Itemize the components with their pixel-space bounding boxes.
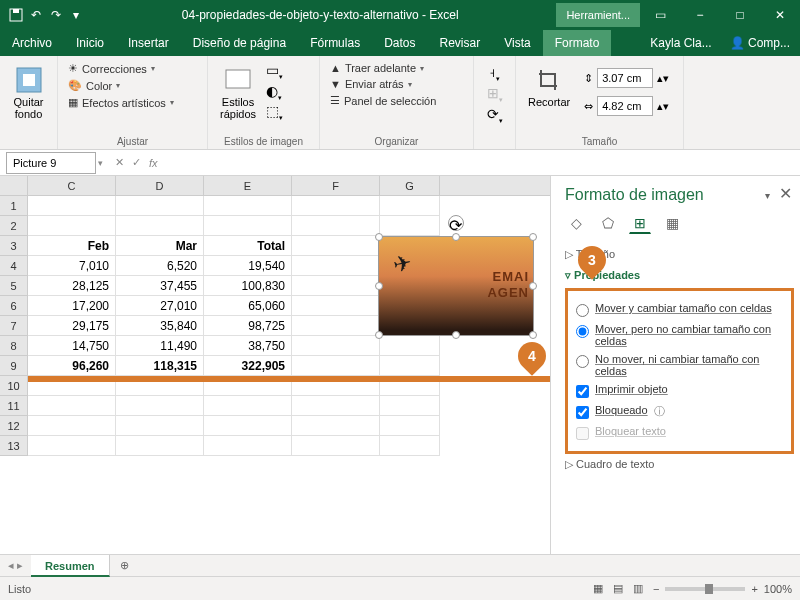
tab-diseno[interactable]: Diseño de página: [181, 30, 298, 56]
row-header[interactable]: 7: [0, 316, 28, 336]
group-estilos: Estilos de imagen: [208, 136, 319, 147]
row-header[interactable]: 9: [0, 356, 28, 376]
tab-formulas[interactable]: Fórmulas: [298, 30, 372, 56]
picture-layout-icon[interactable]: ⬚▾: [266, 103, 283, 122]
ribbon-options-icon[interactable]: ▭: [640, 0, 680, 30]
selection-pane-icon: ☰: [330, 94, 340, 107]
tab-nav-icon[interactable]: ◂ ▸: [0, 559, 31, 572]
selection-pane-button[interactable]: ☰Panel de selección: [326, 92, 467, 109]
accept-formula-icon[interactable]: ✓: [132, 156, 141, 169]
info-icon[interactable]: ⓘ: [654, 404, 665, 419]
picture-effects-icon[interactable]: ◐▾: [266, 83, 283, 102]
cancel-formula-icon[interactable]: ✕: [115, 156, 124, 169]
share-button[interactable]: 👤 Comp...: [720, 36, 800, 50]
radio-no-move[interactable]: No mover, ni cambiar tamaño con celdas: [576, 350, 783, 380]
corrections-button[interactable]: ☀Correcciones▾: [64, 60, 201, 77]
row-header[interactable]: 3: [0, 236, 28, 256]
rotate-icon[interactable]: ⟳▾: [487, 106, 503, 125]
radio-move-resize[interactable]: Mover y cambiar tamaño con celdas: [576, 299, 783, 320]
select-all-corner[interactable]: [0, 176, 28, 195]
tab-datos[interactable]: Datos: [372, 30, 427, 56]
col-header[interactable]: G: [380, 176, 440, 195]
row-header[interactable]: 4: [0, 256, 28, 276]
name-box[interactable]: Picture 9: [6, 152, 96, 174]
crop-icon: [533, 64, 565, 96]
fill-line-icon[interactable]: ◇: [565, 212, 587, 234]
resize-handle[interactable]: [529, 282, 537, 290]
align-icon[interactable]: ⫞▾: [489, 64, 500, 83]
user-label[interactable]: Kayla Cla...: [642, 36, 719, 50]
resize-handle[interactable]: [529, 331, 537, 339]
col-header[interactable]: E: [204, 176, 292, 195]
selected-image[interactable]: ✈ EMAIAGEN ⟳: [378, 236, 534, 336]
width-input[interactable]: ⇔4.82 cm▴▾: [582, 94, 671, 118]
tab-vista[interactable]: Vista: [492, 30, 542, 56]
pane-dropdown-icon[interactable]: ▾: [765, 190, 770, 201]
maximize-icon[interactable]: □: [720, 0, 760, 30]
crop-button[interactable]: Recortar: [522, 60, 576, 118]
redo-icon[interactable]: ↷: [48, 7, 64, 23]
worksheet[interactable]: C D E F G 1 2 3FebMarTotal 47,0106,52019…: [0, 176, 550, 554]
height-icon: ⇕: [584, 72, 593, 85]
picture-tab-icon[interactable]: ▦: [661, 212, 683, 234]
row-header[interactable]: 10: [0, 376, 28, 396]
send-backward-button[interactable]: ▼Enviar atrás▾: [326, 76, 467, 92]
qat-dropdown-icon[interactable]: ▾: [68, 7, 84, 23]
remove-background-button[interactable]: Quitar fondo: [6, 60, 51, 124]
resize-handle[interactable]: [452, 331, 460, 339]
close-icon[interactable]: ✕: [760, 0, 800, 30]
rotate-handle[interactable]: ⟳: [448, 215, 464, 231]
quick-styles-button[interactable]: Estilos rápidos: [214, 60, 262, 124]
fx-icon[interactable]: fx: [149, 157, 158, 169]
save-icon[interactable]: [8, 7, 24, 23]
resize-handle[interactable]: [452, 233, 460, 241]
resize-handle[interactable]: [375, 233, 383, 241]
tab-revisar[interactable]: Revisar: [428, 30, 493, 56]
minimize-icon[interactable]: −: [680, 0, 720, 30]
zoom-out-icon[interactable]: −: [653, 583, 659, 595]
undo-icon[interactable]: ↶: [28, 7, 44, 23]
row-header[interactable]: 11: [0, 396, 28, 416]
col-header[interactable]: D: [116, 176, 204, 195]
view-page-icon[interactable]: ▤: [613, 582, 623, 595]
add-sheet-button[interactable]: ⊕: [110, 559, 139, 572]
col-header[interactable]: F: [292, 176, 380, 195]
row-header[interactable]: 5: [0, 276, 28, 296]
view-break-icon[interactable]: ▥: [633, 582, 643, 595]
row-header[interactable]: 8: [0, 336, 28, 356]
row-header[interactable]: 6: [0, 296, 28, 316]
zoom-in-icon[interactable]: +: [751, 583, 757, 595]
image-text: EMAIAGEN: [487, 269, 529, 300]
close-pane-icon[interactable]: ✕: [779, 184, 792, 203]
resize-handle[interactable]: [375, 282, 383, 290]
height-input[interactable]: ⇕3.07 cm▴▾: [582, 66, 671, 90]
effects-tab-icon[interactable]: ⬠: [597, 212, 619, 234]
check-print[interactable]: Imprimir objeto: [576, 380, 783, 401]
row-header[interactable]: 2: [0, 216, 28, 236]
sheet-tab-resumen[interactable]: Resumen: [31, 555, 110, 577]
view-normal-icon[interactable]: ▦: [593, 582, 603, 595]
picture-border-icon[interactable]: ▭▾: [266, 62, 283, 81]
tab-inicio[interactable]: Inicio: [64, 30, 116, 56]
tab-formato[interactable]: Formato: [543, 30, 612, 56]
row-header[interactable]: 13: [0, 436, 28, 456]
row-header[interactable]: 1: [0, 196, 28, 216]
row-header[interactable]: 12: [0, 416, 28, 436]
group-icon[interactable]: ⊞▾: [487, 85, 503, 104]
tools-tab[interactable]: Herramient...: [556, 3, 640, 27]
col-header[interactable]: C: [28, 176, 116, 195]
size-properties-icon[interactable]: ⊞: [629, 212, 651, 234]
section-cuadro[interactable]: ▷ Cuadro de texto: [565, 454, 794, 475]
tab-insertar[interactable]: Insertar: [116, 30, 181, 56]
resize-handle[interactable]: [529, 233, 537, 241]
zoom-slider[interactable]: [665, 587, 745, 591]
resize-handle[interactable]: [375, 331, 383, 339]
zoom-level[interactable]: 100%: [764, 583, 792, 595]
tab-archivo[interactable]: Archivo: [0, 30, 64, 56]
svg-rect-3: [23, 74, 35, 86]
artistic-effects-button[interactable]: ▦Efectos artísticos▾: [64, 94, 201, 111]
radio-move-no-resize[interactable]: Mover, pero no cambiar tamaño con celdas: [576, 320, 783, 350]
bring-forward-button[interactable]: ▲Traer adelante▾: [326, 60, 467, 76]
color-button[interactable]: 🎨Color▾: [64, 77, 201, 94]
check-locked[interactable]: Bloqueado ⓘ: [576, 401, 783, 422]
